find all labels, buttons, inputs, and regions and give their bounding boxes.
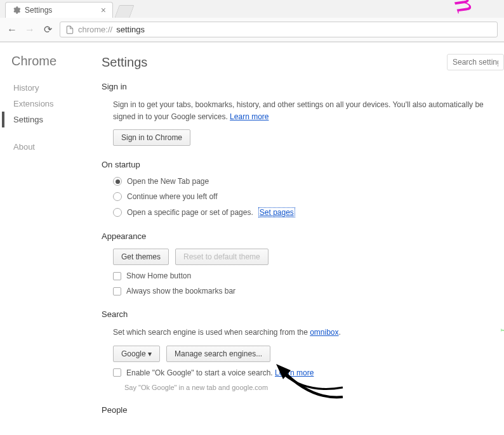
startup-option-label: Open the New Tab page xyxy=(127,177,209,186)
main: Settings Sign in Sign in to get your tab… xyxy=(95,42,504,435)
section-appearance: Appearance Get themes Reset to default t… xyxy=(102,231,504,295)
back-button[interactable]: ← xyxy=(6,24,18,36)
url-path: settings xyxy=(116,25,145,34)
search-desc: Set which search engine is used when sea… xyxy=(113,327,504,339)
url-bar[interactable]: chrome://settings xyxy=(60,22,498,37)
sidebar-item-extensions[interactable]: Extensions xyxy=(11,96,95,112)
startup-heading: On startup xyxy=(102,160,504,169)
signin-desc: Sign in to get your tabs, bookmarks, his… xyxy=(113,99,504,123)
checkbox-icon xyxy=(113,272,121,280)
show-home-checkbox[interactable]: Show Home button xyxy=(113,271,504,280)
file-icon xyxy=(65,25,74,34)
browser-chrome: Settings × ← → ⟳ chrome://settings xyxy=(0,0,504,42)
close-icon[interactable]: × xyxy=(101,5,106,15)
search-heading: Search xyxy=(102,309,504,319)
manage-search-engines-button[interactable]: Manage search engines... xyxy=(166,346,270,362)
tab-settings[interactable]: Settings × xyxy=(5,2,113,18)
checkbox-icon xyxy=(113,287,121,295)
startup-option-specific[interactable]: Open a specific page or set of pages. Se… xyxy=(113,207,504,218)
checkbox-icon xyxy=(113,368,121,377)
startup-option-newtab[interactable]: Open the New Tab page xyxy=(113,177,504,186)
tab-bar: Settings × xyxy=(0,0,504,18)
url-prefix: chrome:// xyxy=(78,25,112,34)
search-settings-input[interactable] xyxy=(447,54,504,70)
reset-theme-button[interactable]: Reset to default theme xyxy=(175,249,269,265)
sidebar-title: Chrome xyxy=(11,54,95,68)
signin-heading: Sign in xyxy=(102,82,504,91)
checkbox-label: Always show the bookmarks bar xyxy=(126,287,235,295)
signin-learn-more-link[interactable]: Learn more xyxy=(230,112,269,121)
main-header: Settings xyxy=(102,54,504,70)
startup-option-continue[interactable]: Continue where you left off xyxy=(113,192,504,201)
sidebar: Chrome History Extensions Settings About xyxy=(0,42,95,435)
ok-google-sub: Say "Ok Google" in a new tab and google.… xyxy=(113,384,504,391)
section-people: People xyxy=(102,405,504,415)
content: Chrome History Extensions Settings About… xyxy=(0,42,504,435)
nav-bar: ← → ⟳ chrome://settings xyxy=(0,18,504,42)
ok-google-checkbox[interactable]: Enable "Ok Google" to start a voice sear… xyxy=(113,368,504,377)
radio-icon xyxy=(113,208,122,217)
page-title: Settings xyxy=(102,55,447,70)
chevron-down-icon: ▾ xyxy=(148,349,152,358)
ok-google-learn-more-link[interactable]: Learn more xyxy=(275,368,314,377)
appearance-heading: Appearance xyxy=(102,231,504,241)
forward-button[interactable]: → xyxy=(24,24,36,36)
sidebar-item-history[interactable]: History xyxy=(11,80,95,96)
radio-icon xyxy=(113,177,122,186)
new-tab-button[interactable] xyxy=(114,5,134,18)
section-search: Search Set which search engine is used w… xyxy=(102,309,504,391)
radio-icon xyxy=(113,192,122,201)
sidebar-item-settings[interactable]: Settings xyxy=(11,112,95,127)
gear-icon xyxy=(12,6,21,15)
people-heading: People xyxy=(102,405,504,415)
search-engine-select[interactable]: Google ▾ xyxy=(113,346,160,362)
section-signin: Sign in Sign in to get your tabs, bookma… xyxy=(102,82,504,146)
checkbox-label: Show Home button xyxy=(126,271,191,280)
signin-button[interactable]: Sign in to Chrome xyxy=(113,129,190,146)
startup-option-label: Continue where you left off xyxy=(127,192,218,201)
sidebar-item-about[interactable]: About xyxy=(11,139,95,155)
checkbox-label: Enable "Ok Google" to start a voice sear… xyxy=(126,368,314,377)
tab-title: Settings xyxy=(25,6,52,15)
set-pages-link[interactable]: Set pages xyxy=(258,207,295,218)
show-bookmarks-checkbox[interactable]: Always show the bookmarks bar xyxy=(113,287,504,295)
omnibox-link[interactable]: omnibox xyxy=(310,328,338,337)
section-startup: On startup Open the New Tab page Continu… xyxy=(102,160,504,218)
get-themes-button[interactable]: Get themes xyxy=(113,249,169,265)
reload-button[interactable]: ⟳ xyxy=(42,23,53,36)
startup-option-label: Open a specific page or set of pages. xyxy=(127,208,253,217)
